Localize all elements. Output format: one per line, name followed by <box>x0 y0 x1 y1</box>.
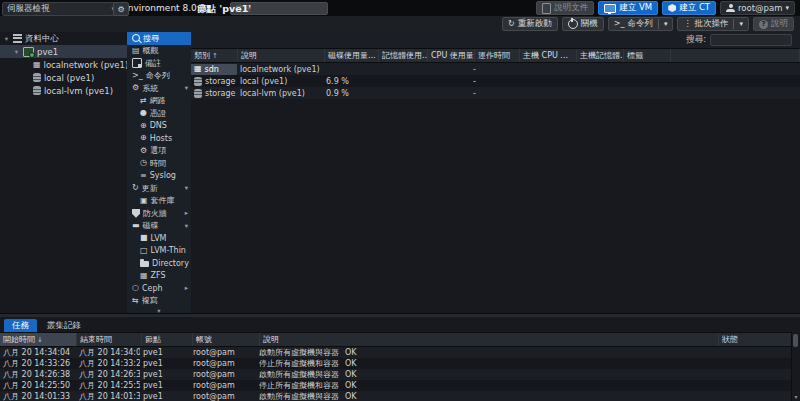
end-time-cell: 八月 20 14:26:38 <box>76 369 140 380</box>
proxmox-window: PROXMOX Virtual Environment 8.0.3 說明文件 建… <box>0 0 800 401</box>
create-ct-button[interactable]: 建立 CT <box>662 1 716 15</box>
search-icon <box>132 34 140 42</box>
globe-icon: ⊕ <box>140 122 147 130</box>
menu-item-directory[interactable]: Directory <box>127 257 191 270</box>
column-header-filler <box>671 49 800 62</box>
task-scrollbar[interactable]: ▾ <box>791 332 800 401</box>
storage-icon <box>194 89 202 98</box>
square-outline-icon: □ <box>140 247 148 255</box>
task-row[interactable]: 八月 20 14:33:26 八月 20 14:33:26 pve1 root@… <box>0 358 800 369</box>
menu-item-repositories[interactable]: ▣ 套件庫 <box>127 195 191 208</box>
column-header-type[interactable]: 類別 ↑ <box>191 49 238 62</box>
scrollbar-down-arrow[interactable]: ▾ <box>792 393 800 401</box>
menu-item-hosts[interactable]: ⊕ Hosts <box>127 132 191 145</box>
chevron-down-icon[interactable]: ▾ <box>185 84 188 92</box>
reboot-button[interactable]: ↻ 重新啟動 <box>502 17 558 31</box>
table-row[interactable]: storage local (pve1) 6.9 % - <box>191 75 800 87</box>
tab-cluster-log[interactable]: 叢集記錄 <box>39 319 89 332</box>
menu-item-notes[interactable]: 備註 <box>127 57 191 70</box>
task-row[interactable]: 八月 20 14:26:38 八月 20 14:26:38 pve1 root@… <box>0 369 800 380</box>
bulk-actions-button[interactable]: ⋮ 批次操作 ▾ <box>677 17 749 31</box>
column-header-cpu-usage[interactable]: CPU 使用量 <box>428 49 475 62</box>
menu-item-lvm-thin[interactable]: □ LVM-Thin <box>127 245 191 258</box>
view-config-button[interactable]: ⚙ <box>113 2 129 16</box>
menu-item-updates[interactable]: ↻ 更新 ▾ <box>127 182 191 195</box>
view-selector[interactable]: 伺服器檢視 ▾ <box>2 2 120 16</box>
chevron-down-icon[interactable]: ▾ <box>185 184 188 192</box>
menu-item-network[interactable]: ⇄ 網路 <box>127 95 191 108</box>
chevron-right-icon[interactable]: ▸ <box>185 284 188 292</box>
column-header-user[interactable]: 帳號 <box>193 333 260 346</box>
end-time-cell: 八月 20 14:01:33 <box>76 391 140 401</box>
menu-item-dns[interactable]: ⊕ DNS <box>127 120 191 133</box>
description-cell: 啟動所有虛擬機與容器 <box>256 391 342 401</box>
menu-item-firewall[interactable]: 防火牆 ▸ <box>127 207 191 220</box>
task-row[interactable]: 八月 20 14:25:50 八月 20 14:25:50 pve1 root@… <box>0 380 800 391</box>
column-header-memory-usage[interactable]: 記憶體使用... <box>379 49 428 62</box>
chevron-down-icon[interactable]: ▾ <box>739 21 743 28</box>
user-cell: root@pam <box>190 370 256 379</box>
status-cell: OK <box>342 392 422 401</box>
start-time-cell: 八月 20 14:01:33 <box>0 391 76 401</box>
end-time-cell: 八月 20 14:25:50 <box>76 380 140 391</box>
menu-item-replication[interactable]: ⇆ 複寫 <box>127 295 191 308</box>
menu-item-summary[interactable]: ▤ 概觀 <box>127 45 191 58</box>
menu-item-system[interactable]: ⚙ 系統 ▾ <box>127 82 191 95</box>
column-header-end-time[interactable]: 結束時間 <box>77 333 142 346</box>
documentation-button[interactable]: 說明文件 <box>536 1 594 15</box>
menu-item-ceph[interactable]: ○ Ceph ▸ <box>127 282 191 295</box>
tree-item-node-pve1[interactable]: ▾ pve1 <box>0 45 127 58</box>
content-search-input[interactable] <box>710 34 792 46</box>
folder-icon <box>140 261 149 267</box>
storage-icon <box>33 86 41 95</box>
menu-item-certificates[interactable]: ● 憑證 <box>127 107 191 120</box>
gear-icon: ⚙ <box>117 5 124 14</box>
table-row[interactable]: storage local-lvm (pve1) 0.9 % - <box>191 87 800 99</box>
menu-item-shell[interactable]: >_ 命令列 <box>127 70 191 83</box>
table-row[interactable]: ▦ sdn localnetwork (pve1) - <box>191 63 800 75</box>
column-header-description[interactable]: 說明 <box>260 333 719 346</box>
column-header-host-memory[interactable]: 主機記憶體... <box>577 49 624 62</box>
column-header-disk-usage[interactable]: 磁碟使用量... <box>325 49 379 62</box>
expander-icon[interactable]: ▾ <box>3 35 10 43</box>
column-header-start-time[interactable]: 開始時間 ↓ <box>0 333 77 346</box>
tree-item-localnetwork[interactable]: ▦ localnetwork (pve1) <box>0 58 127 71</box>
menu-item-lvm[interactable]: ■ LVM <box>127 232 191 245</box>
shell-button[interactable]: >_ 命令列 ▾ <box>608 17 674 31</box>
tree-item-local-lvm[interactable]: local-lvm (pve1) <box>0 84 127 97</box>
page-title: 節點 'pve1' <box>197 3 251 16</box>
status-cell: OK <box>342 370 422 379</box>
column-header-node[interactable]: 節點 <box>142 333 193 346</box>
menu-item-time[interactable]: ◷ 時間 <box>127 157 191 170</box>
chevron-right-icon[interactable]: ▸ <box>185 209 188 217</box>
tree-item-local[interactable]: local (pve1) <box>0 71 127 84</box>
menu-item-disks[interactable]: ▬ 磁碟 ▾ <box>127 220 191 233</box>
chevron-down-icon[interactable]: ▾ <box>185 222 188 230</box>
column-header-host-cpu[interactable]: 主機 CPU ... <box>520 49 577 62</box>
task-row[interactable]: 八月 20 14:01:33 八月 20 14:01:33 pve1 root@… <box>0 391 800 401</box>
column-header-uptime[interactable]: 運作時間 <box>475 49 520 62</box>
description-cell: 啟動所有虛擬機與容器 <box>256 369 342 380</box>
help-button[interactable]: ? 說明 <box>753 17 794 31</box>
cube-icon <box>668 4 676 12</box>
column-header-tags[interactable]: 標籤 <box>624 49 671 62</box>
task-row[interactable]: 八月 20 14:34:04 八月 20 14:34:04 pve1 root@… <box>0 347 800 358</box>
create-vm-button[interactable]: 建立 VM <box>598 1 658 15</box>
tab-tasks[interactable]: 任務 <box>4 319 37 332</box>
shutdown-button[interactable]: 關機 <box>562 17 604 31</box>
scrollbar-thumb[interactable] <box>793 334 798 347</box>
column-header-status[interactable]: 狀態 <box>719 333 800 346</box>
column-header-description[interactable]: 說明 <box>238 49 325 62</box>
note-icon <box>132 58 142 68</box>
tree-item-datacenter[interactable]: ▾ 資料中心 <box>0 32 127 45</box>
menu-item-zfs[interactable]: ▦ ZFS <box>127 270 191 283</box>
gears-icon: ⚙ <box>132 84 139 92</box>
menu-item-search[interactable]: 搜尋 <box>127 32 191 45</box>
type-cell: ▦ sdn <box>191 64 237 75</box>
menu-item-syslog[interactable]: ≡ Syslog <box>127 170 191 183</box>
chevron-down-icon[interactable]: ▾ <box>664 21 668 28</box>
menu-item-options[interactable]: ⚙ 選項 <box>127 145 191 158</box>
user-menu-button[interactable]: root@pam ▾ <box>720 1 795 15</box>
uptime-cell: - <box>470 89 514 98</box>
expander-icon[interactable]: ▾ <box>13 48 20 56</box>
